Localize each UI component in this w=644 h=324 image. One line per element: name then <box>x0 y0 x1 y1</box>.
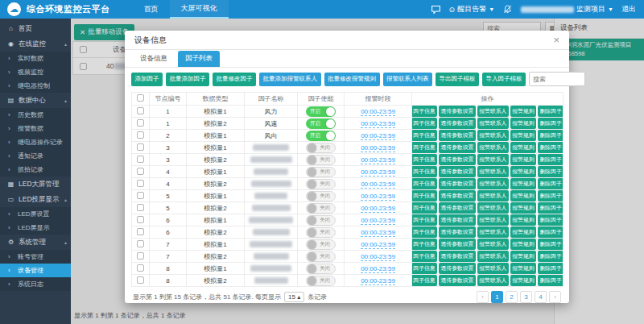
action-button[interactable]: 透传参数设置 <box>439 166 476 177</box>
toolbar-button[interactable]: 导出因子模板 <box>436 73 479 86</box>
action-button[interactable]: 报警规则 <box>510 118 536 129</box>
action-button[interactable]: 透传参数设置 <box>439 239 476 250</box>
action-button[interactable]: 透传参数设置 <box>439 130 476 141</box>
action-button[interactable]: 删除因子 <box>538 239 564 250</box>
close-icon[interactable]: × <box>553 35 559 45</box>
sidebar-item[interactable]: ›继电器操作记录 <box>0 135 71 149</box>
sidebar-item[interactable]: ›账号管理 <box>0 250 71 264</box>
action-button[interactable]: 因子信息 <box>412 226 438 238</box>
sidebar-item[interactable]: ▭LED投屏显示▴ <box>0 192 71 207</box>
toolbar-button[interactable]: 批量修改报警规则 <box>324 73 380 86</box>
action-button[interactable]: 透传参数设置 <box>439 214 476 226</box>
action-button[interactable]: 因子信息 <box>412 178 438 189</box>
action-button[interactable]: 删除因子 <box>538 202 564 214</box>
action-button[interactable]: 因子信息 <box>412 251 438 262</box>
action-button[interactable]: 因子信息 <box>412 118 438 129</box>
row-checkbox[interactable] <box>137 228 144 235</box>
alarm-period-link[interactable]: 00:00-23:59 <box>361 253 395 261</box>
factor-search-input[interactable] <box>529 72 585 86</box>
enable-toggle[interactable]: 关闭 <box>306 251 336 262</box>
row-checkbox[interactable] <box>137 143 144 151</box>
sidebar-item[interactable]: ›视频监控 <box>0 65 71 79</box>
sidebar-item[interactable]: ⌂首页 <box>0 21 71 36</box>
enable-toggle[interactable]: 关闭 <box>306 203 336 214</box>
nav-item-link[interactable]: 首页 <box>133 0 170 19</box>
row-checkbox[interactable] <box>137 156 144 163</box>
action-button[interactable]: 报警联系人 <box>477 202 509 214</box>
page-button[interactable]: 1 <box>491 291 503 303</box>
alarm-period-link[interactable]: 00:00-23:59 <box>361 132 395 140</box>
action-button[interactable]: 删除因子 <box>538 106 564 117</box>
action-button[interactable]: 报警联系人 <box>477 142 509 153</box>
page-button[interactable]: 3 <box>520 291 532 303</box>
action-button[interactable]: 透传参数设置 <box>439 251 476 262</box>
action-button[interactable]: 报警联系人 <box>477 154 509 165</box>
toolbar-button[interactable]: 批量修改因子 <box>213 73 256 86</box>
action-button[interactable]: 删除因子 <box>538 263 564 274</box>
row-checkbox[interactable] <box>137 240 144 247</box>
action-button[interactable]: 报警规则 <box>510 166 536 177</box>
sidebar-item[interactable]: ›LED屏设置 <box>0 207 71 221</box>
action-button[interactable]: 报警联系人 <box>477 226 509 238</box>
action-button[interactable]: 报警联系人 <box>477 130 509 141</box>
action-button[interactable]: 删除因子 <box>538 251 564 262</box>
enable-toggle[interactable]: 关闭 <box>306 191 336 201</box>
sidebar-item[interactable]: ◉在线监控▴ <box>0 36 71 52</box>
action-button[interactable]: 透传参数设置 <box>439 202 476 214</box>
action-button[interactable]: 报警规则 <box>510 202 536 214</box>
enable-toggle[interactable]: 开启 <box>306 106 336 117</box>
action-button[interactable]: 因子信息 <box>412 130 438 141</box>
action-button[interactable]: 报警规则 <box>510 130 536 141</box>
alarm-period-link[interactable]: 00:00-23:59 <box>361 181 395 189</box>
action-button[interactable]: 报警规则 <box>510 275 536 286</box>
toolbar-button[interactable]: 批量添加因子 <box>166 73 209 86</box>
action-button[interactable]: 因子信息 <box>412 190 438 201</box>
page-size-select[interactable]: 15 ▴ <box>284 292 304 302</box>
alarm-period-link[interactable]: 00:00-23:59 <box>361 193 395 201</box>
action-button[interactable]: 透传参数设置 <box>439 142 476 153</box>
action-button[interactable]: 报警联系人 <box>477 118 509 129</box>
action-button[interactable]: 报警联系人 <box>477 239 509 250</box>
sidebar-item[interactable]: ›历史数据 <box>0 108 71 122</box>
page-button[interactable]: 2 <box>506 291 518 303</box>
sidebar-item[interactable]: ›设备管理 <box>0 264 71 277</box>
action-button[interactable]: 因子信息 <box>412 263 438 274</box>
alarm-period-link[interactable]: 00:00-23:59 <box>361 120 395 128</box>
toolbar-button[interactable]: 批量添加报警联系人 <box>259 73 321 86</box>
action-button[interactable]: 报警规则 <box>510 263 536 274</box>
row-checkbox[interactable] <box>137 252 144 260</box>
alarm-period-link[interactable]: 00:00-23:59 <box>361 205 395 213</box>
action-button[interactable]: 删除因子 <box>538 226 564 238</box>
sidebar-item[interactable]: ›LED屏显示 <box>0 221 71 235</box>
toolbar-button[interactable]: 导入因子模板 <box>482 73 526 86</box>
action-button[interactable]: 透传参数设置 <box>439 226 476 238</box>
logout-button[interactable]: 退出 <box>621 4 636 15</box>
action-button[interactable]: 报警规则 <box>510 142 536 153</box>
alarm-period-link[interactable]: 00:00-23:59 <box>361 156 395 164</box>
sidebar-item[interactable]: ›报警数据 <box>0 122 71 135</box>
next-page-button[interactable]: › <box>549 291 561 303</box>
tab-inactive[interactable]: 设备信息 <box>133 51 175 67</box>
row-checkbox[interactable] <box>137 107 144 114</box>
alarm-period-link[interactable]: 00:00-23:59 <box>361 277 395 285</box>
enable-toggle[interactable]: 开启 <box>306 118 336 129</box>
action-button[interactable]: 报警规则 <box>510 154 536 165</box>
action-button[interactable]: 删除因子 <box>538 142 564 153</box>
toolbar-button[interactable]: 报警联系人列表 <box>383 73 433 86</box>
action-button[interactable]: 报警联系人 <box>477 263 509 274</box>
action-button[interactable]: 删除因子 <box>538 214 564 226</box>
action-button[interactable]: 透传参数设置 <box>439 190 476 201</box>
action-button[interactable]: 报警联系人 <box>477 251 509 262</box>
user-project-menu[interactable]: 监测项目 ▼ <box>521 4 613 15</box>
sidebar-item[interactable]: ▦LED大屏管理 <box>0 177 71 192</box>
action-button[interactable]: 删除因子 <box>538 178 564 189</box>
action-button[interactable]: 报警规则 <box>510 251 536 262</box>
action-button[interactable]: 报警联系人 <box>477 166 509 177</box>
enable-toggle[interactable]: 关闭 <box>306 276 336 286</box>
alarm-period-link[interactable]: 00:00-23:59 <box>361 241 395 249</box>
action-button[interactable]: 因子信息 <box>412 142 438 153</box>
action-button[interactable]: 报警联系人 <box>477 190 509 201</box>
row-checkbox[interactable] <box>137 216 144 223</box>
row-checkbox[interactable] <box>137 192 144 199</box>
alarm-period-link[interactable]: 00:00-23:59 <box>361 217 395 225</box>
